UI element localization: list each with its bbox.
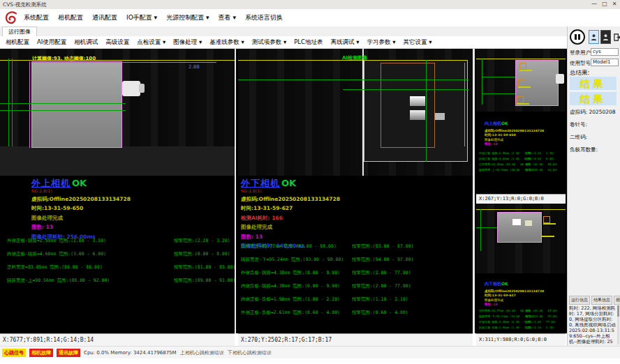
process-done-line: 图像处理完成 bbox=[485, 138, 544, 142]
alarm-range: 报警范围:(1.10 - 2.10) bbox=[352, 296, 408, 302]
measure-guide-line bbox=[238, 79, 468, 80]
threshold-readout bbox=[542, 236, 554, 237]
threshold-readout: 计算阈值:93, 动态阈值:100 bbox=[32, 55, 96, 62]
panel-divider bbox=[235, 49, 236, 333]
threshold-readout bbox=[519, 70, 532, 71]
close-button[interactable]: ✕ bbox=[610, 0, 619, 8]
sidebar: 登录用户: cys 使用型号: Model1 总结果: 结果 结果 虚拟码: 2… bbox=[567, 26, 620, 346]
tab-connector-tip bbox=[435, 113, 445, 120]
edge-guide-line bbox=[426, 60, 427, 162]
measure-value: 外侧正极-负极=2.61mm 范围:(0.60 - 4.00) bbox=[241, 306, 349, 319]
time-line: 时间:13-31-59-627 bbox=[241, 205, 340, 212]
thumbnail-camera-inner-lower[interactable]: 内下相机OK 虚拟码:Offline20250208133134728 时间:1… bbox=[476, 204, 566, 333]
alarm-range: 报警:(81.00 - 85.00) bbox=[525, 162, 558, 166]
detect-rect bbox=[517, 96, 524, 103]
virtual-code-line: 虚拟码:Offline20250208133134728 bbox=[31, 196, 131, 203]
menu-item[interactable]: 系统配置 bbox=[24, 13, 49, 22]
measure-value: 负料宽度=83.77mm (82.00 - 88.00) bbox=[479, 308, 524, 314]
menu-item[interactable]: IO手配置 ▾ bbox=[126, 13, 157, 22]
toolbar-item[interactable]: 点检设置 ▾ bbox=[137, 38, 165, 47]
scrollbar-thumb[interactable] bbox=[617, 305, 619, 317]
toolbar-item[interactable]: 离线调试 ▾ bbox=[331, 38, 360, 47]
measurement-list-thumb: 外侧正极-隔膜=2.95mm (2.00 - 3.50) 报警:(2.20 - … bbox=[479, 151, 563, 173]
tab-run-image[interactable]: 运行图像 bbox=[2, 26, 37, 36]
ai-image-label: AI检测图像 bbox=[342, 54, 367, 61]
camera-title: 内上相机 bbox=[485, 121, 501, 126]
sidebar-field: 虚拟码: 20250208 bbox=[570, 109, 620, 116]
comm-fault-badge: 通讯故障 bbox=[57, 349, 80, 357]
info-tab[interactable]: 相机信息 bbox=[614, 296, 620, 305]
field-value: 20250208 bbox=[589, 109, 615, 115]
switch-user-button[interactable] bbox=[600, 30, 611, 44]
alarm-range: 报警范围:(2.00 - 77.00) bbox=[352, 270, 411, 275]
tab-connector bbox=[525, 220, 532, 226]
camera-overlay-lower: 外下相机OK NG:2,B(1) 虚拟码:Offline202502081331… bbox=[241, 176, 340, 250]
measure-value: 负料宽度=83.77mm 范围:(82.00 - 88.00) bbox=[241, 240, 349, 253]
toolbar-item[interactable]: PLC地址表 bbox=[294, 38, 323, 47]
threshold-readout bbox=[518, 86, 531, 88]
pixel-coordinate-bar-upper: X:7677;Y:891;R:14;G:14;B:14 bbox=[0, 333, 235, 346]
virtual-code-line: 虚拟码:Offline20250208133134728 bbox=[485, 129, 544, 132]
pixel-coordinate-bar-thumb-bottom: X:311;Y:980;R:0;G:0;B:0 bbox=[476, 333, 566, 346]
battery-cell-region bbox=[31, 61, 122, 148]
camera-image-lower-outer[interactable]: AI检测图像 bbox=[238, 49, 473, 176]
menu-item[interactable]: 相机配置 bbox=[58, 13, 83, 22]
measure-value: 隔膜宽度-上=90.56mm 范围:(88.00 - 92.00) bbox=[7, 274, 171, 287]
pixel-coordinate-text: X:267;Y:13;R:0;G:0;B:0 bbox=[479, 196, 544, 202]
menu-item[interactable]: 查看 ▾ bbox=[219, 13, 236, 22]
menu-item[interactable]: 光源控制配置 ▾ bbox=[166, 13, 209, 22]
toolbar-item[interactable]: 高级设置 bbox=[105, 38, 129, 47]
maximize-button[interactable]: □ bbox=[600, 0, 610, 8]
threshold-readout bbox=[543, 223, 556, 225]
camera-result-ok: OK bbox=[501, 281, 508, 286]
toolbar-item[interactable]: 基准线参数 ▾ bbox=[209, 38, 244, 47]
edge-guide-line bbox=[480, 209, 481, 251]
camera-overlay-thumb: 内上相机OK 虚拟码:Offline20250208133134728 时间:1… bbox=[485, 114, 544, 146]
tab-connector bbox=[122, 81, 140, 96]
camera-image-upper-outer[interactable]: 计算阈值:93, 动态阈值:100 2.88 bbox=[0, 49, 235, 176]
info-tab[interactable]: 结果信息 bbox=[591, 296, 612, 305]
toolbar-item[interactable]: AI使用配置 bbox=[37, 38, 66, 47]
info-tab[interactable]: 运行信息 bbox=[569, 296, 590, 305]
toolbar-item[interactable]: 学习参数 ▾ bbox=[367, 38, 395, 47]
field-label: 二维码: bbox=[570, 134, 587, 140]
toolbar-item[interactable]: 相机配置 bbox=[6, 38, 29, 47]
baseline-guide-line bbox=[476, 59, 566, 59]
login-user-button[interactable] bbox=[589, 30, 599, 44]
alarm-range: 报警:(0.00 - 8.00) bbox=[525, 157, 554, 160]
pixel-coordinate-bar-lower: X:270;Y:2502;R:17;G:17;B:17 bbox=[238, 333, 473, 346]
time-line: 时间:13-31-59-650 bbox=[31, 205, 131, 212]
detect-rect bbox=[518, 79, 525, 86]
log-scrollbar[interactable] bbox=[617, 305, 619, 344]
menu-item[interactable]: 系统语言切换 bbox=[245, 13, 283, 22]
alarm-range: 报警:(89.00 - 91.00) bbox=[525, 168, 558, 172]
camera-fault-badge: 相机故障 bbox=[29, 349, 53, 357]
model-field[interactable]: Model1 bbox=[591, 59, 619, 66]
exit-button[interactable] bbox=[612, 30, 620, 44]
virtual-code-line: 虚拟码:Offline20250208133134728 bbox=[485, 289, 544, 293]
thumbnail-camera-inner-upper[interactable]: 内上相机OK 虚拟码:Offline20250208133134728 时间:1… bbox=[476, 49, 566, 194]
upper-camera-error-text: 上相机心跳检测错误 bbox=[180, 349, 224, 356]
app-window: CVS-视觉检测系统 — □ ✕ 系统配置相机配置通讯配置IO手配置 ▾光源控制… bbox=[0, 0, 620, 364]
alarm-range: 报警范围:(81.00 - 85.00) bbox=[174, 264, 236, 270]
model-label: 使用型号: bbox=[570, 60, 593, 67]
camera-result-ok: OK bbox=[72, 178, 87, 188]
measure-value: 外侧负极-隔膜=4.38mm (0.00 - 9.00) bbox=[479, 319, 524, 325]
toolbar-item[interactable]: 图像处理 ▾ bbox=[173, 38, 202, 47]
turns-line: 圈数: 13 bbox=[31, 224, 131, 231]
minimize-button[interactable]: — bbox=[589, 0, 599, 8]
menu-item[interactable]: 通讯配置 bbox=[92, 13, 117, 22]
tab-connector bbox=[556, 74, 564, 84]
toolbar-item[interactable]: 其它设置 ▾ bbox=[403, 38, 431, 47]
measure-value: 隔膜宽度-上=90.56mm (88.00 - 92.00) bbox=[479, 167, 524, 173]
measure-row: 隔膜宽度-下=95.24mm 范围:(93.00 - 98.00) 报警范围:(… bbox=[241, 253, 471, 266]
toolbar-item[interactable]: 测试项参数 ▾ bbox=[252, 38, 286, 47]
measure-value: 隔膜宽度-下=95.24mm 范围:(93.00 - 98.00) bbox=[241, 253, 349, 266]
pause-button[interactable] bbox=[570, 29, 585, 45]
measurement-list-thumb: 负料宽度=83.77mm (82.00 - 88.00) 报警:(83.00 -… bbox=[479, 308, 563, 331]
cpu-memory-text: Cpu: 0.0% Memory: 3424.41796875M bbox=[84, 350, 177, 356]
toolbar-item[interactable]: 相机调试 bbox=[74, 38, 98, 47]
login-user-field[interactable]: cys bbox=[591, 48, 619, 56]
time-line: 时间:13-31-59-627 bbox=[485, 294, 544, 297]
window-title: CVS-视觉检测系统 bbox=[3, 1, 47, 8]
